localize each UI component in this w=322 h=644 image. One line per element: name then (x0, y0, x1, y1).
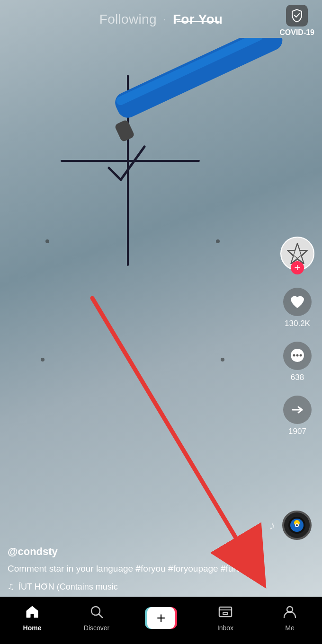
add-btn-center: + (147, 607, 175, 629)
svg-rect-2 (112, 38, 286, 121)
me-label: Me (285, 624, 294, 632)
nav-home[interactable]: Home (13, 604, 51, 632)
search-icon (89, 604, 104, 622)
music-disc: ♪ (282, 511, 312, 540)
svg-point-21 (300, 354, 302, 357)
like-count: 130.2K (285, 319, 310, 328)
svg-point-19 (293, 354, 295, 357)
inbox-icon (218, 604, 233, 622)
svg-point-8 (221, 358, 224, 362)
music-text: ÍUT HƠN (Contains music (18, 582, 118, 592)
svg-rect-3 (114, 119, 135, 142)
nav-me[interactable]: Me (271, 604, 309, 632)
nav-inbox[interactable]: Inbox (206, 604, 244, 632)
add-plus-icon: + (157, 610, 166, 626)
right-action-buttons: + 130.2K 638 1907 (280, 237, 314, 436)
nav-add[interactable]: + (142, 607, 180, 629)
creator-username[interactable]: @condsty (8, 546, 270, 558)
discover-label: Discover (84, 624, 109, 632)
covid-badge[interactable]: COVID-19 (279, 5, 314, 37)
creator-avatar[interactable]: + (280, 237, 314, 271)
follow-plus-button[interactable]: + (291, 261, 304, 274)
add-button[interactable]: + (145, 607, 177, 629)
video-content (0, 38, 322, 369)
video-background (0, 0, 322, 597)
video-info: @condsty Comment star in your language #… (8, 546, 270, 592)
covid-label: COVID-19 (279, 28, 314, 37)
nav-discover[interactable]: Discover (78, 604, 116, 632)
svg-rect-4 (115, 38, 265, 106)
nav-divider: · (163, 13, 166, 26)
home-label: Home (23, 624, 42, 632)
profile-icon (282, 604, 297, 622)
svg-point-5 (45, 239, 49, 243)
following-tab[interactable]: Following (99, 12, 157, 27)
share-count: 1907 (288, 427, 306, 436)
svg-point-28 (296, 524, 298, 526)
comment-count: 638 (291, 373, 304, 382)
bottom-navigation: Home Discover + Inbox (0, 597, 322, 644)
share-icon (283, 396, 312, 424)
heart-icon (283, 288, 312, 316)
svg-rect-32 (223, 612, 228, 615)
foryou-tab[interactable]: For You (173, 12, 223, 26)
svg-line-30 (99, 614, 102, 618)
svg-point-7 (41, 358, 45, 362)
svg-point-6 (216, 239, 220, 243)
music-icon: ♫ (8, 581, 15, 592)
like-button[interactable]: 130.2K (283, 288, 312, 328)
top-navigation: Following · For You COVID-19 (0, 0, 322, 39)
shield-icon (286, 5, 308, 26)
svg-point-20 (296, 354, 299, 357)
video-description: Comment star in your language #foryou #f… (8, 563, 270, 575)
comment-icon (283, 342, 312, 370)
home-icon (25, 604, 40, 622)
comment-button[interactable]: 638 (283, 342, 312, 382)
video-music[interactable]: ♫ ÍUT HƠN (Contains music (8, 581, 270, 592)
share-button[interactable]: 1907 (283, 396, 312, 436)
music-disc-image (282, 511, 312, 540)
active-tab-indicator (177, 21, 219, 22)
music-note-icon: ♪ (269, 518, 275, 533)
inbox-label: Inbox (217, 624, 233, 632)
